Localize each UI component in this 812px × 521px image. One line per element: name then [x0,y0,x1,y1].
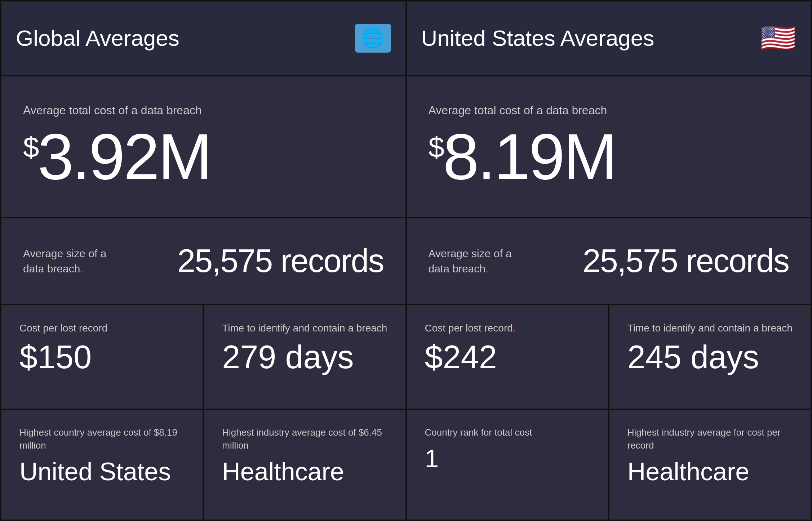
global-cost-number: 3.92M [38,120,211,193]
us-cost-per-record-value: $242 [425,341,590,373]
global-highest-industry-label: Highest industry average cost of $6.45 m… [222,426,387,452]
us-highest-industry-label: Highest industry average for cost per re… [627,426,793,452]
global-highest-country-card: Highest country average cost of $8.19 mi… [1,410,203,520]
global-cost-per-record-card: Cost per lost record $150 [1,305,203,409]
us-highest-industry-card: Highest industry average for cost per re… [609,410,811,520]
global-stats-row: Cost per lost record $150 Time to identi… [1,305,405,409]
global-bottom-row: Highest country average cost of $8.19 mi… [1,410,405,520]
global-title: Global Averages [16,25,179,51]
global-highest-industry-value: Healthcare [222,459,387,484]
us-cost-per-record-label: Cost per lost record. [425,321,590,335]
us-avg-cost-value: $8.19M [429,124,789,189]
globe-icon-container: 🌐 [355,24,391,53]
us-cost-card: Average total cost of a data breach $8.1… [407,76,811,217]
global-avg-size-label: Average size of a data breach. [23,246,124,276]
us-time-label: Time to identify and contain a breach [627,321,793,335]
global-avg-cost-value: $3.92M [23,124,384,189]
us-time-value: 245 days [627,341,793,373]
us-flag-icon: 🇺🇸 [760,21,796,55]
us-country-rank-card: Country rank for total cost 1 [407,410,608,520]
us-country-rank-value: 1 [425,446,590,471]
global-time-card: Time to identify and contain a breach 27… [204,305,405,409]
global-cost-card: Average total cost of a data breach $3.9… [1,76,405,217]
global-highest-country-label: Highest country average cost of $8.19 mi… [19,426,185,452]
global-cost-per-record-value: $150 [19,341,185,373]
us-cost-per-record-card: Cost per lost record. $242 [407,305,608,409]
us-title: United States Averages [421,25,655,51]
us-avg-cost-label: Average total cost of a data breach [429,104,789,117]
global-avg-size-value: 25,575 records [177,242,383,280]
global-time-value: 279 days [222,341,387,373]
global-avg-cost-label: Average total cost of a data breach [23,104,384,117]
global-highest-country-value: United States [19,459,185,484]
dashboard: Global Averages 🌐 United States Averages… [0,0,812,521]
global-records-card: Average size of a data breach. 25,575 re… [1,218,405,304]
us-header: United States Averages 🇺🇸 [407,1,811,75]
us-highest-industry-value: Healthcare [627,459,793,484]
global-highest-industry-card: Highest industry average cost of $6.45 m… [204,410,405,520]
us-avg-size-value: 25,575 records [583,242,789,280]
us-stats-row: Cost per lost record. $242 Time to ident… [407,305,811,409]
us-country-rank-label: Country rank for total cost [425,426,590,439]
us-avg-size-label: Average size of a data breach. [429,246,529,276]
us-bottom-row: Country rank for total cost 1 Highest in… [407,410,811,520]
global-dollar-sign: $ [23,131,38,163]
us-dollar-sign: $ [429,131,443,163]
global-time-label: Time to identify and contain a breach [222,321,387,335]
us-time-card: Time to identify and contain a breach 24… [609,305,811,409]
globe-icon: 🌐 [361,27,385,49]
global-header: Global Averages 🌐 [1,1,405,75]
global-cost-per-record-label: Cost per lost record [19,321,185,335]
us-records-card: Average size of a data breach. 25,575 re… [407,218,811,304]
us-cost-number: 8.19M [443,120,616,193]
